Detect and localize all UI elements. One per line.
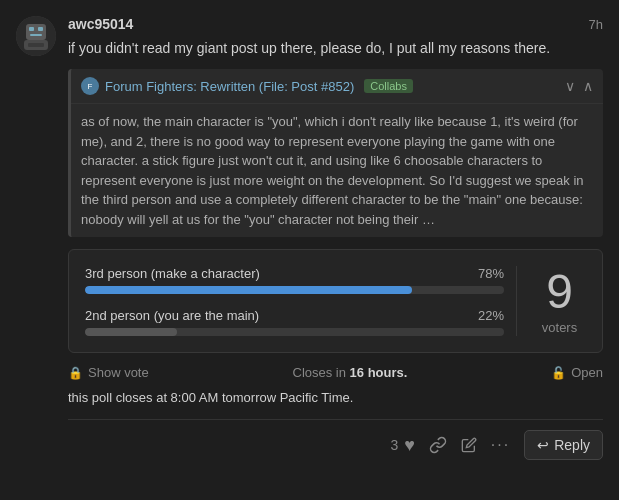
- closes-time: 16 hours.: [350, 365, 408, 380]
- quote-source-icon: F: [81, 77, 99, 95]
- lock-icon: 🔒: [68, 366, 83, 380]
- timestamp: 7h: [589, 17, 603, 32]
- svg-rect-6: [28, 43, 44, 47]
- quote-text: as of now, the main character is "you", …: [71, 104, 603, 237]
- reply-label: Reply: [554, 437, 590, 453]
- like-count: 3: [390, 437, 398, 453]
- open-label: Open: [571, 365, 603, 380]
- edit-button[interactable]: [461, 437, 477, 453]
- quote-header: F Forum Fighters: Rewritten (File: Post …: [71, 69, 603, 104]
- post-actions: 3 ♥ ··· ↩ Reply: [68, 419, 603, 470]
- poll-option-2: 2nd person (you are the main) 22%: [85, 308, 504, 336]
- expand-icon[interactable]: ∧: [583, 78, 593, 94]
- reply-button[interactable]: ↩ Reply: [524, 430, 603, 460]
- show-vote-button[interactable]: 🔒 Show vote: [68, 365, 149, 380]
- poll-option-2-header: 2nd person (you are the main) 22%: [85, 308, 504, 323]
- poll-close-text: this poll closes at 8:00 AM tomorrow Pac…: [68, 390, 603, 405]
- quote-block: F Forum Fighters: Rewritten (File: Post …: [68, 69, 603, 237]
- quote-controls: ∨ ∧: [565, 78, 593, 94]
- poll-voters: 9 voters: [516, 266, 586, 336]
- poll-voter-count: 9: [546, 268, 573, 316]
- like-button[interactable]: ♥: [404, 435, 415, 456]
- post-header: awc95014 7h: [68, 16, 603, 32]
- svg-rect-2: [29, 27, 34, 31]
- quote-title[interactable]: Forum Fighters: Rewritten (File: Post #8…: [105, 79, 354, 94]
- poll-closes: Closes in 16 hours.: [293, 365, 408, 380]
- lock-open-icon: 🔓: [551, 366, 566, 380]
- poll-option-2-label: 2nd person (you are the main): [85, 308, 259, 323]
- post-content: awc95014 7h if you didn't read my giant …: [68, 16, 603, 470]
- svg-text:F: F: [88, 82, 93, 91]
- poll-option-1-label: 3rd person (make a character): [85, 266, 260, 281]
- reply-arrow-icon: ↩: [537, 437, 549, 453]
- post-text: if you didn't read my giant post up ther…: [68, 38, 603, 59]
- poll-open-status: 🔓 Open: [551, 365, 603, 380]
- more-button[interactable]: ···: [491, 436, 510, 454]
- svg-rect-1: [26, 24, 46, 40]
- svg-rect-3: [38, 27, 43, 31]
- poll-footer: 🔒 Show vote Closes in 16 hours. 🔓 Open: [68, 365, 603, 380]
- poll-options: 3rd person (make a character) 78% 2nd pe…: [85, 266, 504, 336]
- poll-option-1: 3rd person (make a character) 78%: [85, 266, 504, 294]
- post: awc95014 7h if you didn't read my giant …: [0, 0, 619, 470]
- like-group: 3 ♥: [390, 435, 414, 456]
- poll-option-1-pct: 78%: [478, 266, 504, 281]
- link-button[interactable]: [429, 436, 447, 454]
- poll-option-2-pct: 22%: [478, 308, 504, 323]
- poll-bar-2-fill: [85, 328, 177, 336]
- poll-option-1-header: 3rd person (make a character) 78%: [85, 266, 504, 281]
- poll-voter-label: voters: [542, 320, 577, 335]
- poll-container: 3rd person (make a character) 78% 2nd pe…: [68, 249, 603, 353]
- poll-bar-1-track: [85, 286, 504, 294]
- closes-text: Closes in: [293, 365, 346, 380]
- quote-badge: Collabs: [364, 79, 413, 93]
- collapse-icon[interactable]: ∨: [565, 78, 575, 94]
- avatar: [16, 16, 56, 56]
- poll-bar-2-track: [85, 328, 504, 336]
- show-vote-label: Show vote: [88, 365, 149, 380]
- poll-bar-1-fill: [85, 286, 412, 294]
- svg-rect-4: [30, 34, 42, 36]
- username: awc95014: [68, 16, 133, 32]
